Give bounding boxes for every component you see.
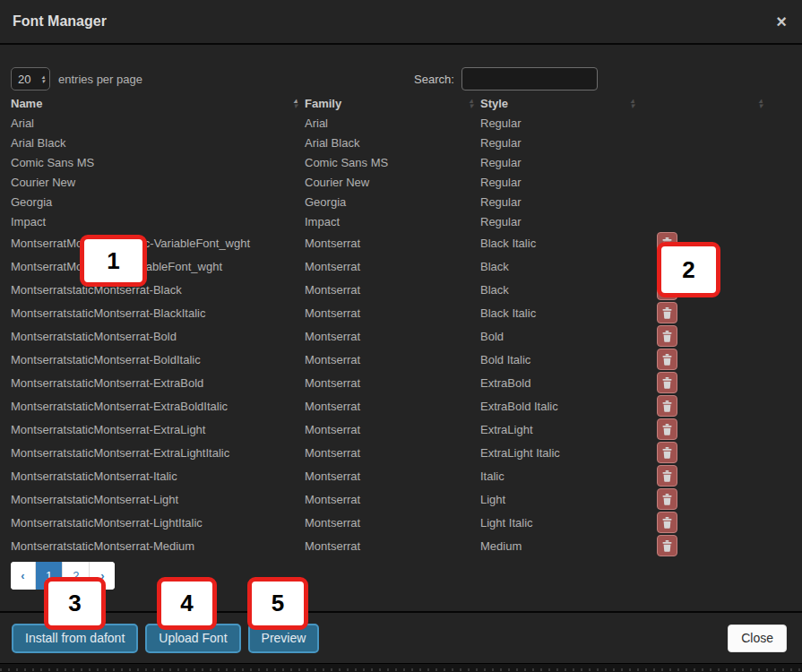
font-row: GeorgiaGeorgiaRegular (11, 192, 789, 211)
pagination-next[interactable]: › (90, 562, 115, 590)
font-name-cell: MontserratstaticMontserrat-Italic (11, 464, 305, 487)
font-style-cell: Black (480, 254, 642, 278)
font-actions-cell (642, 487, 789, 511)
pagination: ‹12› (11, 562, 115, 590)
column-label-family: Family (305, 97, 341, 110)
delete-font-button[interactable] (657, 279, 677, 300)
delete-font-button[interactable] (657, 488, 677, 510)
font-row: Arial BlackArial BlackRegular (11, 133, 789, 152)
trash-icon (662, 261, 672, 272)
font-row: ImpactImpactRegular (11, 211, 789, 231)
install-from-dafont-button[interactable]: Install from dafont (12, 624, 138, 653)
font-style-cell: Regular (480, 172, 642, 192)
font-row: MontserratstaticMontserrat-ExtraBoldMont… (11, 371, 789, 394)
column-header-style[interactable]: Style ▴▾ (480, 93, 642, 113)
trash-icon (662, 377, 672, 389)
close-button[interactable]: Close (728, 625, 787, 652)
font-actions-cell (642, 534, 789, 557)
sort-icon: ▴▾ (630, 98, 634, 108)
entries-per-page-label: entries per page (58, 73, 142, 86)
trash-icon (662, 494, 672, 505)
font-actions-cell (642, 394, 789, 418)
font-family-cell: Montserrat (305, 487, 480, 511)
sort-icon: ▴▾ (469, 98, 473, 108)
font-table-body: ArialArialRegularArial BlackArial BlackR… (11, 113, 789, 557)
font-style-cell: Regular (480, 192, 642, 211)
font-actions-cell (642, 511, 789, 534)
delete-font-button[interactable] (657, 372, 677, 393)
font-actions-cell (642, 231, 789, 254)
delete-font-button[interactable] (657, 395, 677, 417)
font-family-cell: Georgia (305, 192, 480, 211)
font-name-cell: MontserratMontserrat-Italic-VariableFont… (11, 231, 305, 254)
font-actions-cell (642, 133, 789, 152)
font-style-cell: Black Italic (480, 231, 642, 254)
pagination-page-2[interactable]: 2 (63, 562, 90, 590)
dialog-body: 20 ▴▾ entries per page Search: Name ▴▾ (0, 45, 802, 611)
font-row: MontserratstaticMontserrat-LightMontserr… (11, 487, 789, 511)
font-name-cell: Impact (11, 211, 305, 231)
font-style-cell: ExtraBold (480, 371, 642, 394)
entries-per-page-value: 20 (18, 73, 30, 86)
font-actions-cell (642, 254, 789, 278)
font-name-cell: Arial Black (11, 133, 305, 152)
font-style-cell: Medium (480, 534, 642, 557)
font-name-cell: Courier New (11, 172, 305, 192)
font-name-cell: Georgia (11, 192, 305, 211)
search-input[interactable] (461, 67, 598, 90)
upload-font-button[interactable]: Upload Font (145, 624, 240, 653)
font-style-cell: ExtraLight Italic (480, 441, 642, 464)
font-actions-cell (642, 113, 789, 133)
font-family-cell: Montserrat (305, 371, 480, 394)
font-row: ArialArialRegular (11, 113, 789, 133)
trash-icon (662, 447, 672, 459)
font-style-cell: Black (480, 278, 642, 301)
column-header-actions[interactable]: ▴▾ (642, 93, 789, 113)
font-name-cell: MontserratstaticMontserrat-BlackItalic (11, 301, 305, 324)
close-icon[interactable]: × (776, 13, 787, 30)
trash-icon (662, 331, 672, 342)
font-style-cell: Light Italic (480, 511, 642, 534)
delete-font-button[interactable] (657, 442, 677, 463)
font-row: MontserratstaticMontserrat-ItalicMontser… (11, 464, 789, 487)
font-actions-cell (642, 441, 789, 464)
font-family-cell: Montserrat (305, 511, 480, 534)
delete-font-button[interactable] (657, 535, 677, 556)
font-family-cell: Montserrat (305, 441, 480, 464)
dialog-title: Font Manager (13, 13, 776, 30)
select-arrows-icon: ▴▾ (41, 74, 45, 83)
column-label-style: Style (480, 97, 508, 110)
column-header-name[interactable]: Name ▴▾ (11, 93, 305, 113)
font-row: MontserratMontserrat-Italic-VariableFont… (11, 231, 789, 254)
delete-font-button[interactable] (657, 232, 677, 254)
delete-font-button[interactable] (657, 418, 677, 440)
preview-button[interactable]: Preview (248, 624, 320, 653)
pagination-page-1[interactable]: 1 (36, 562, 63, 590)
font-manager-dialog: Font Manager × 20 ▴▾ entries per page Se… (0, 0, 802, 663)
font-name-cell: MontserratstaticMontserrat-Medium (11, 534, 305, 557)
font-name-cell: MontserratstaticMontserrat-Black (11, 278, 305, 301)
table-header-row: Name ▴▾ Family ▴▾ Style ▴▾ ▴▾ (11, 93, 789, 113)
delete-font-button[interactable] (657, 512, 677, 533)
pagination-prev[interactable]: ‹ (11, 562, 36, 590)
font-actions-cell (642, 371, 789, 394)
font-style-cell: Italic (480, 464, 642, 487)
font-actions-cell (642, 172, 789, 192)
trash-icon (662, 540, 672, 552)
delete-font-button[interactable] (657, 302, 677, 323)
delete-font-button[interactable] (657, 325, 677, 347)
font-family-cell: Comic Sans MS (305, 152, 480, 172)
font-name-cell: MontserratstaticMontserrat-ExtraBold (11, 371, 305, 394)
font-actions-cell (642, 152, 789, 172)
trash-icon (662, 424, 672, 435)
font-actions-cell (642, 348, 789, 371)
delete-font-button[interactable] (657, 349, 677, 370)
font-family-cell: Montserrat (305, 394, 480, 418)
font-style-cell: Regular (480, 152, 642, 172)
font-family-cell: Courier New (305, 172, 480, 192)
font-name-cell: MontserratMontserrat-VariableFont_wght (11, 254, 305, 278)
entries-per-page-select[interactable]: 20 ▴▾ (11, 67, 50, 90)
column-header-family[interactable]: Family ▴▾ (305, 93, 480, 113)
delete-font-button[interactable] (657, 255, 677, 277)
delete-font-button[interactable] (657, 465, 677, 487)
